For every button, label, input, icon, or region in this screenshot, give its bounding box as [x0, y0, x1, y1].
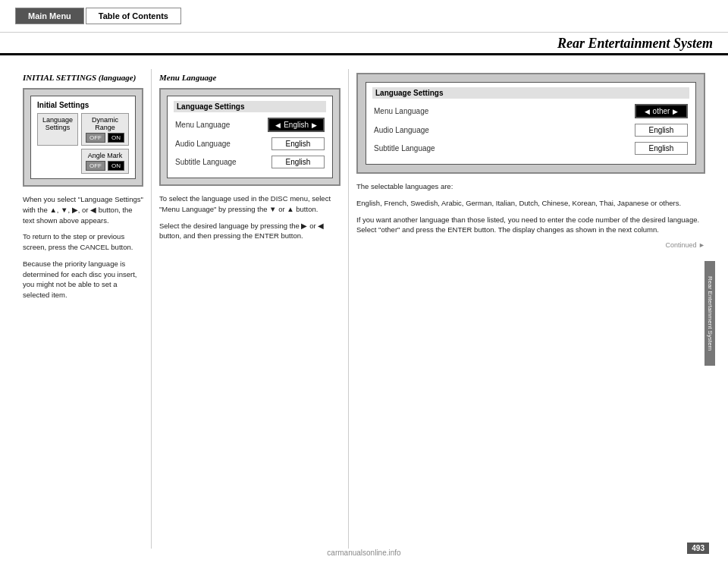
top-navigation: Main Menu Table of Contents [0, 0, 728, 33]
col2-desc2: Select the desired language by pressing … [159, 221, 340, 242]
header: Rear Entertainment System [0, 33, 728, 55]
col2-audio-lang-text: English [286, 140, 311, 148]
col1-desc2: To return to the step or previous screen… [23, 231, 143, 253]
sidebar-tab[interactable]: Rear Entertainment System [704, 261, 715, 366]
col2-lang-settings-panel: Language Settings Menu Language ◀ Englis… [167, 96, 333, 178]
dynamic-range-toggle: OFF ON [86, 133, 124, 143]
col3-audio-lang-row: Audio Language English [372, 123, 689, 137]
settings-grid: Language Settings Dynamic Range OFF ON A… [37, 113, 129, 174]
col2-audio-lang-value: English [271, 137, 325, 150]
col2-menu-lang-arrow-left: ◀ [275, 121, 281, 129]
col2-screenshot: Language Settings Menu Language ◀ Englis… [159, 88, 340, 186]
language-settings-label: Language Settings [42, 116, 74, 131]
col2-audio-lang-row: Audio Language English [174, 137, 326, 151]
table-of-contents-button[interactable]: Table of Contents [86, 8, 181, 24]
col3-menu-lang-label: Menu Language [374, 107, 428, 115]
col3-audio-lang-text: English [649, 126, 674, 134]
header-divider [0, 55, 728, 55]
col3-audio-lang-value: English [635, 124, 688, 137]
col2-title: Menu Language [159, 73, 340, 82]
col3-lang-settings-title: Language Settings [372, 87, 689, 99]
col2-menu-lang-text: English [284, 121, 309, 129]
main-content: INITIAL SETTINGS (language) Initial Sett… [0, 61, 728, 556]
col3-screenshot: Language Settings Menu Language ◀ other … [356, 73, 705, 174]
angle-mark-label: Angle Mark [86, 152, 124, 159]
col3-subtitle-lang-value: English [635, 142, 688, 155]
col1-desc3: Because the priority language is determi… [23, 259, 143, 300]
col-other-language: Language Settings Menu Language ◀ other … [349, 69, 713, 549]
col3-menu-lang-row: Menu Language ◀ other ▶ [372, 103, 689, 119]
col3-selectables: English, French, Swedish, Arabic, German… [356, 198, 705, 209]
col3-selectables-title: The selectable languages are: [356, 181, 705, 192]
col3-subtitle-lang-row: Subtitle Language English [372, 141, 689, 156]
dynamic-range-label: Dynamic Range [86, 116, 124, 131]
col2-subtitle-lang-label: Subtitle Language [175, 158, 237, 166]
col2-audio-lang-label: Audio Language [175, 140, 231, 148]
angle-mark-off: OFF [86, 161, 105, 171]
angle-mark-item: Angle Mark OFF ON [81, 149, 129, 174]
dynamic-range-off: OFF [86, 133, 105, 143]
angle-mark-on: ON [108, 161, 124, 171]
col3-selectables-title-text: The selectable languages are: [356, 182, 453, 190]
main-menu-button[interactable]: Main Menu [15, 8, 84, 24]
col2-subtitle-lang-text: English [286, 158, 311, 166]
col1-title: INITIAL SETTINGS (language) [23, 73, 143, 82]
col2-subtitle-lang-value: English [271, 156, 325, 168]
col3-subtitle-lang-text: English [649, 144, 674, 153]
col3-audio-lang-label: Audio Language [374, 126, 429, 134]
col-initial-settings: INITIAL SETTINGS (language) Initial Sett… [15, 69, 152, 549]
col3-menu-lang-text: other [653, 107, 670, 115]
col3-menu-lang-arrow-left: ◀ [645, 108, 650, 115]
language-settings-item: Language Settings [37, 113, 78, 146]
col3-menu-lang-arrow-right: ▶ [673, 108, 678, 115]
col3-continued-text: Continued [666, 241, 697, 249]
col2-subtitle-lang-row: Subtitle Language English [174, 155, 326, 169]
dynamic-range-item: Dynamic Range OFF ON [81, 113, 129, 146]
col2-lang-settings-title: Language Settings [174, 101, 326, 112]
page-number: 493 [687, 543, 709, 554]
col3-lang-settings-panel: Language Settings Menu Language ◀ other … [366, 82, 696, 165]
angle-mark-toggle: OFF ON [86, 161, 124, 171]
watermark: carmanualsonline.info [327, 549, 400, 557]
col-menu-language: Menu Language Language Settings Menu Lan… [152, 69, 349, 549]
initial-settings-panel: Initial Settings Language Settings Dynam… [30, 96, 136, 179]
col3-menu-lang-value: ◀ other ▶ [635, 104, 688, 118]
initial-settings-title: Initial Settings [37, 101, 129, 109]
col2-menu-lang-label: Menu Language [175, 121, 230, 129]
dynamic-range-on: ON [108, 133, 124, 143]
col2-desc1: To select the language used in the DISC … [159, 193, 340, 215]
col2-menu-lang-row: Menu Language ◀ English ▶ [174, 117, 326, 133]
col2-menu-lang-arrow-right: ▶ [312, 121, 317, 129]
col2-menu-lang-value: ◀ English ▶ [268, 118, 325, 132]
col1-screenshot: Initial Settings Language Settings Dynam… [23, 88, 143, 187]
col3-continued: Continued ► [356, 241, 705, 249]
col3-subtitle-lang-label: Subtitle Language [374, 144, 435, 153]
col3-note: If you want another language than those … [356, 215, 705, 236]
page-title: Rear Entertainment System [557, 36, 713, 51]
col1-desc1: When you select "Language Settings" with… [23, 194, 143, 225]
